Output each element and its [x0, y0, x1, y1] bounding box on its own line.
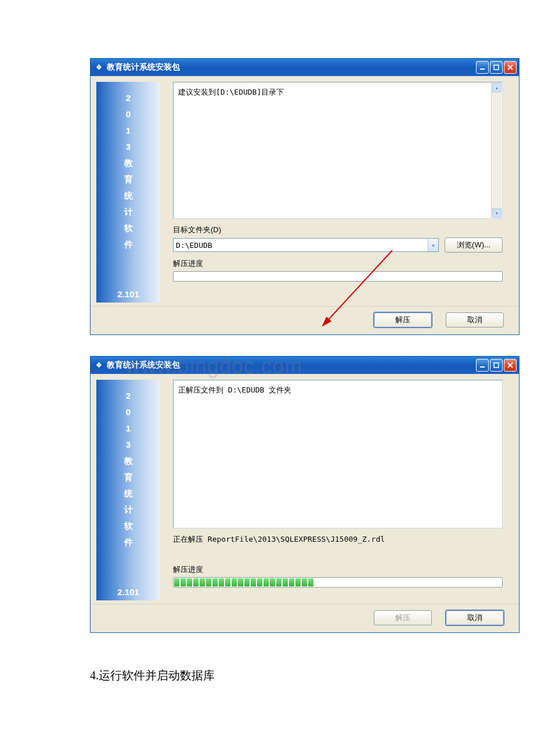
info-text: 建议安装到[D:\EDUDB]目录下 [178, 88, 284, 96]
progress-block [232, 578, 237, 586]
titlebar[interactable]: ❖ 教育统计系统安装包 [91, 59, 519, 76]
step-caption: 4.运行软件并启动数据库 [90, 668, 519, 683]
extract-button[interactable]: 解压 [374, 312, 432, 327]
scrollbar[interactable]: ▴ ▾ [491, 83, 501, 218]
button-row: 解压 取消 [91, 604, 519, 632]
sidebar-char: 0 [96, 404, 160, 420]
progress-block [308, 578, 313, 586]
progress-block [193, 578, 199, 586]
progress-block [219, 578, 224, 586]
progress-block [289, 578, 294, 586]
progress-block [225, 578, 230, 586]
app-icon: ❖ [94, 63, 103, 72]
sidebar-char: 统 [96, 188, 160, 204]
sidebar-char: 1 [96, 123, 160, 139]
sidebar-char: 件 [96, 236, 160, 253]
cancel-button[interactable]: 取消 [446, 610, 504, 625]
sidebar-char: 3 [96, 139, 160, 155]
app-icon: ❖ [94, 361, 103, 370]
installer-dialog-2: www.bingdoc.com ❖ 教育统计系统安装包 2013教育统计软件 2… [90, 356, 519, 633]
svg-rect-6 [494, 363, 499, 368]
progress-label: 解压进度 [173, 564, 503, 575]
progress-block [270, 578, 275, 586]
svg-rect-1 [494, 65, 499, 70]
sidebar-char: 软 [96, 518, 160, 534]
progress-block [206, 578, 211, 586]
progress-block [283, 578, 288, 586]
browse-button[interactable]: 浏览(W)... [445, 237, 503, 253]
info-textarea: 正解压文件到 D:\EDUDB 文件夹 [173, 380, 503, 528]
close-button[interactable] [504, 359, 517, 372]
minimize-button[interactable] [476, 359, 489, 372]
sidebar-char: 1 [96, 420, 160, 437]
sidebar-char: 件 [96, 534, 160, 550]
close-button[interactable] [504, 61, 517, 74]
progress-block [302, 578, 307, 586]
sidebar-banner: 2013教育统计软件 2.101 [96, 82, 160, 303]
progress-block [181, 578, 186, 586]
progress-block [200, 578, 205, 586]
sidebar-char: 育 [96, 171, 160, 188]
progress-block [187, 578, 192, 586]
progress-block [238, 578, 243, 586]
window-title: 教育统计系统安装包 [107, 360, 476, 370]
installer-dialog-1: ❖ 教育统计系统安装包 2013教育统计软件 2.101 [90, 58, 519, 335]
progress-bar [173, 271, 503, 282]
version-label: 2.101 [96, 289, 160, 299]
sidebar-char: 计 [96, 204, 160, 220]
info-textarea: 建议安装到[D:\EDUDB]目录下 ▴ ▾ [173, 82, 503, 219]
progress-block [264, 578, 269, 586]
window-title: 教育统计系统安装包 [107, 62, 476, 73]
status-text: 正在解压 ReportFile\2013\SQLEXPRESS\J15009_Z… [173, 534, 503, 545]
version-label: 2.101 [96, 587, 160, 597]
progress-bar [173, 577, 503, 588]
maximize-button[interactable] [490, 359, 503, 372]
maximize-button[interactable] [490, 61, 503, 74]
progress-block [212, 578, 218, 586]
sidebar-char: 0 [96, 106, 160, 123]
scroll-up-icon[interactable]: ▴ [492, 83, 501, 92]
sidebar-banner: 2013教育统计软件 2.101 [96, 380, 160, 600]
info-text: 正解压文件到 D:\EDUDB 文件夹 [178, 386, 291, 394]
cancel-button[interactable]: 取消 [446, 312, 504, 327]
sidebar-char: 教 [96, 453, 160, 469]
sidebar-char: 3 [96, 437, 160, 453]
progress-label: 解压进度 [173, 258, 503, 269]
dropdown-icon[interactable]: ▾ [428, 239, 438, 251]
titlebar[interactable]: ❖ 教育统计系统安装包 [91, 357, 519, 374]
sidebar-char: 育 [96, 469, 160, 485]
sidebar-char: 2 [96, 90, 160, 106]
sidebar-char: 软 [96, 220, 160, 236]
extract-button: 解压 [374, 610, 432, 625]
progress-block [251, 578, 256, 586]
sidebar-char: 教 [96, 155, 160, 171]
progress-block [276, 578, 282, 586]
target-folder-label: 目标文件夹(D) [173, 225, 503, 235]
target-folder-input[interactable]: D:\EDUDB ▾ [173, 238, 439, 252]
scroll-down-icon[interactable]: ▾ [492, 208, 501, 218]
progress-block [174, 578, 179, 586]
target-folder-value: D:\EDUDB [176, 241, 212, 250]
sidebar-char: 计 [96, 502, 160, 518]
sidebar-char: 统 [96, 485, 160, 502]
progress-block [257, 578, 262, 586]
progress-block [244, 578, 250, 586]
progress-block [295, 578, 301, 586]
sidebar-char: 2 [96, 388, 160, 404]
minimize-button[interactable] [476, 61, 489, 74]
button-row: 解压 取消 [91, 306, 519, 334]
